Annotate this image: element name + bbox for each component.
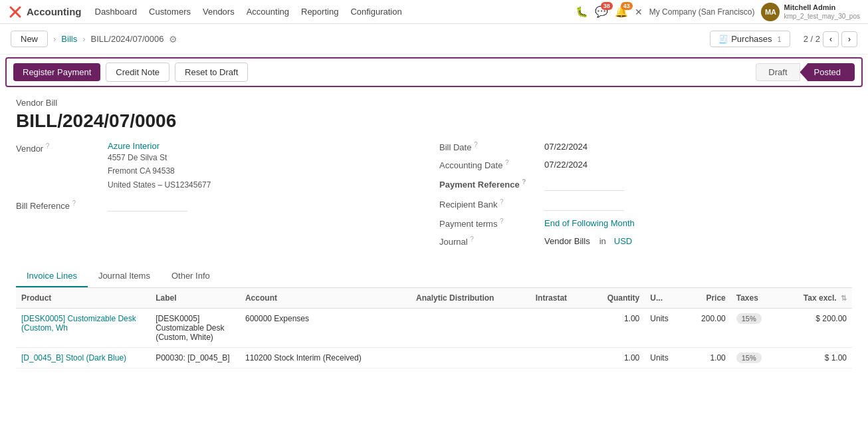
cross-icon[interactable]: ✕ <box>635 7 643 17</box>
col-tax-excl: Tax excl. ⇅ <box>780 288 852 309</box>
nav-item-accounting[interactable]: Accounting <box>241 4 294 19</box>
user-info: Mitchell Admin kmp_2_test_may_30_pos <box>784 3 860 21</box>
tabs: Invoice Lines Journal Items Other Info <box>16 265 852 288</box>
journal-currency[interactable]: USD <box>614 236 632 246</box>
payment-ref-input[interactable] <box>544 178 624 191</box>
settings-icon[interactable]: ⚙ <box>169 34 177 45</box>
col-label: Label <box>150 288 240 309</box>
vendor-name[interactable]: Azure Interior <box>108 141 211 151</box>
user-avatar: MA <box>761 3 780 21</box>
journal-value[interactable]: Vendor Bills <box>544 236 590 246</box>
bill-ref-label: Bill Reference ? <box>16 198 102 211</box>
nav-item-dashboard[interactable]: Dashboard <box>90 4 143 19</box>
form-right: Bill Date ? 07/22/2024 Accounting Date ?… <box>439 141 852 253</box>
col-quantity: Quantity <box>587 288 645 309</box>
notifications-icon-wrap[interactable]: 🔔 43 <box>615 5 628 18</box>
breadcrumb-parent[interactable]: Bills <box>61 34 77 44</box>
bug-icon[interactable]: 🐛 <box>576 6 588 18</box>
nav-item-vendors[interactable]: Vendors <box>197 4 240 19</box>
table-header: Product Label Account Analytic Distribut… <box>16 288 852 309</box>
bill-ref-input[interactable] <box>108 198 187 212</box>
accounting-date-label: Accounting Date ? <box>439 159 539 170</box>
brand-name: Accounting <box>27 6 82 17</box>
recipient-bank-field: Recipient Bank ? <box>439 198 852 211</box>
bill-ref-field: Bill Reference ? <box>16 198 429 212</box>
main-content: Vendor Bill BILL/2024/07/0006 Vendor ? A… <box>0 90 868 438</box>
journal-label: Journal ? <box>439 235 539 247</box>
status-posted[interactable]: Posted <box>800 63 855 81</box>
breadcrumb-bar: New › Bills › BILL/2024/07/0006 ⚙ 🧾 Purc… <box>0 24 868 55</box>
row1-intrastat <box>530 309 587 348</box>
breadcrumb-separator: › <box>53 34 56 44</box>
user-name: Mitchell Admin <box>784 3 860 12</box>
company-label[interactable]: My Company (San Francisco) <box>649 7 755 17</box>
messages-icon-wrap[interactable]: 💬 38 <box>595 5 608 18</box>
user-sub: kmp_2_test_may_30_pos <box>784 12 860 21</box>
col-product: Product <box>16 288 150 309</box>
action-bar-outer: Register Payment Credit Note Reset to Dr… <box>0 55 868 90</box>
row1-tax-excl: $ 200.00 <box>780 309 852 348</box>
register-payment-button[interactable]: Register Payment <box>13 63 100 81</box>
row2-analytic <box>411 348 530 368</box>
nav-item-customers[interactable]: Customers <box>144 4 196 19</box>
col-intrastat: Intrastat <box>530 288 587 309</box>
tab-other-info[interactable]: Other Info <box>161 265 221 287</box>
bill-date-value[interactable]: 07/22/2024 <box>544 142 588 152</box>
pagination: 2 / 2 ‹ › <box>804 31 857 47</box>
row1-product[interactable]: [DESK0005] Customizable Desk (Custom, Wh <box>16 309 150 348</box>
credit-note-button[interactable]: Credit Note <box>106 63 169 82</box>
nav-right: 🐛 💬 38 🔔 43 ✕ My Company (San Francisco)… <box>576 3 860 21</box>
status-draft[interactable]: Draft <box>756 63 800 81</box>
prev-page-button[interactable]: ‹ <box>823 31 839 47</box>
col-analytic: Analytic Distribution <box>411 288 530 309</box>
bill-date-label: Bill Date ? <box>439 141 539 152</box>
recipient-bank-label: Recipient Bank ? <box>439 198 539 210</box>
status-bar: Draft Posted <box>756 63 855 81</box>
table-row: [DESK0005] Customizable Desk (Custom, Wh… <box>16 309 852 348</box>
doc-number: BILL/2024/07/0006 <box>16 110 852 132</box>
purchases-count: 1 <box>778 35 782 43</box>
purchases-button[interactable]: 🧾 Purchases 1 <box>710 31 790 47</box>
next-page-button[interactable]: › <box>841 31 857 47</box>
vendor-value: Azure Interior 4557 De Silva St Fremont … <box>108 141 211 192</box>
top-nav: Accounting Dashboard Customers Vendors A… <box>0 0 868 24</box>
tab-journal-items[interactable]: Journal Items <box>88 265 161 287</box>
purchases-icon: 🧾 <box>718 35 728 44</box>
recipient-bank-input[interactable] <box>544 198 624 211</box>
reset-to-draft-button[interactable]: Reset to Draft <box>175 63 248 82</box>
nav-item-configuration[interactable]: Configuration <box>345 4 407 19</box>
accounting-date-field: Accounting Date ? 07/22/2024 <box>439 159 852 170</box>
table-row: [D_0045_B] Stool (Dark Blue) P00030: [D_… <box>16 348 852 368</box>
row1-unit: Units <box>645 309 683 348</box>
form-grid: Vendor ? Azure Interior 4557 De Silva St… <box>16 141 852 253</box>
row2-product[interactable]: [D_0045_B] Stool (Dark Blue) <box>16 348 150 368</box>
payment-terms-label: Payment terms ? <box>439 218 539 229</box>
breadcrumb-sep2: › <box>82 34 85 44</box>
row2-account: 110200 Stock Interim (Received) <box>240 348 411 368</box>
brand: Accounting <box>8 5 82 19</box>
row1-quantity: 1.00 <box>587 309 645 348</box>
payment-terms-field: Payment terms ? End of Following Month <box>439 218 852 229</box>
payment-terms-value[interactable]: End of Following Month <box>544 218 635 228</box>
nav-item-reporting[interactable]: Reporting <box>296 4 344 19</box>
row1-analytic <box>411 309 530 348</box>
vendor-address: 4557 De Silva St Fremont CA 94538 United… <box>108 151 211 192</box>
bill-date-field: Bill Date ? 07/22/2024 <box>439 141 852 152</box>
row2-tax-excl: $ 1.00 <box>780 348 852 368</box>
accounting-date-value[interactable]: 07/22/2024 <box>544 160 588 170</box>
col-taxes: Taxes <box>731 288 780 309</box>
col-account: Account <box>240 288 411 309</box>
col-unit: U... <box>645 288 683 309</box>
user-section[interactable]: MA Mitchell Admin kmp_2_test_may_30_pos <box>761 3 860 21</box>
form-left: Vendor ? Azure Interior 4557 De Silva St… <box>16 141 429 253</box>
row1-price: 200.00 <box>684 309 731 348</box>
tab-invoice-lines[interactable]: Invoice Lines <box>16 265 88 287</box>
col-price: Price <box>684 288 731 309</box>
row1-label: [DESK0005] Customizable Desk (Custom, Wh… <box>150 309 240 348</box>
sort-icon[interactable]: ⇅ <box>841 294 847 302</box>
action-bar: Register Payment Credit Note Reset to Dr… <box>5 57 863 87</box>
row2-quantity: 1.00 <box>587 348 645 368</box>
breadcrumb-current: BILL/2024/07/0006 <box>91 34 164 44</box>
new-button[interactable]: New <box>11 31 48 47</box>
vendor-label: Vendor ? <box>16 141 102 154</box>
